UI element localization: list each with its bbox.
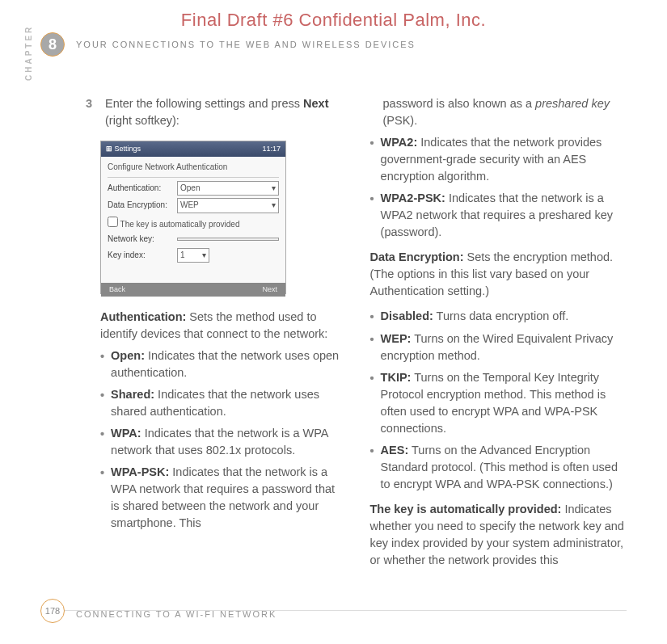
item-label: TKIP: [381,371,412,384]
item-label: AES: [381,444,409,457]
step-text-before: Enter the following settings and press [105,97,303,110]
item-label: Disabled: [381,309,433,322]
chevron-down-icon: ▾ [202,250,206,262]
auto-key-checkbox-row: The key is automatically provided [108,217,279,231]
chevron-down-icon: ▾ [272,183,276,195]
item-text: Indicates that the network uses open aut… [111,349,339,379]
step-3: 3 Enter the following settings and press… [86,95,343,129]
list-item: Shared: Indicates that the network uses … [100,386,343,420]
item-label: Open: [111,349,145,362]
right-column: password is also known as a preshared ke… [370,95,627,577]
auth-options-list: Open: Indicates that the network uses op… [100,347,343,532]
cont-text-italic: preshared key [535,97,610,110]
item-label: WPA2: [381,136,418,149]
header-subtitle: YOUR CONNECTIONS TO THE WEB AND WIRELESS… [76,40,416,49]
item-text: Turns on the Temporal Key Integrity Prot… [381,371,606,435]
page-header: 8 YOUR CONNECTIONS TO THE WEB AND WIRELE… [40,32,627,57]
screenshot-softkeys: Back Next [101,283,285,297]
screenshot-row-netkey: Network key: [108,234,279,246]
list-item: WPA: Indicates that the network is a WPA… [100,425,343,459]
list-item: TKIP: Turns on the Temporal Key Integrit… [370,369,627,437]
screenshot-title: ⊞ Settings [106,144,141,154]
netkey-input[interactable] [177,238,279,241]
step-body: Enter the following settings and press N… [105,95,343,129]
cont-text-b: (PSK). [383,114,418,127]
item-label: WPA-PSK: [111,465,169,478]
main-content: 3 Enter the following settings and press… [40,95,627,577]
screenshot-heading: Configure Network Authentication [108,160,279,178]
item-text: Indicates that the network is a WPA netw… [111,427,328,457]
chapter-label-vertical: CHAPTER [24,25,33,81]
item-text: Turns on the Advanced Encryption Standar… [381,444,618,490]
next-softkey[interactable]: Next [262,284,277,295]
auth-options-list-cont: WPA2: Indicates that the network provide… [370,134,627,241]
chevron-down-icon: ▾ [272,200,276,212]
page-number-badge: 178 [40,599,65,623]
list-item: WEP: Turns on the Wired Equivalent Priva… [370,330,627,364]
screenshot-clock: 11:17 [262,144,281,154]
auto-key-checkbox[interactable] [108,217,118,227]
watermark-text: Final Draft #6 Confidential Palm, Inc. [40,10,627,31]
step-keyword: Next [303,97,328,110]
item-label: WPA2-PSK: [381,192,445,204]
key-auto-para: The key is automatically provided: Indic… [370,501,627,569]
chapter-number-badge: 8 [40,32,65,57]
authentication-para: Authentication: Sets the method used to … [100,309,343,343]
keyidx-label: Key index: [108,250,172,262]
item-label: WEP: [381,332,412,345]
screenshot-row-keyidx: Key index: 1▾ [108,248,279,263]
screenshot-row-enc: Data Encryption: WEP▾ [108,198,279,213]
enc-select[interactable]: WEP▾ [177,198,279,213]
item-text: Turns data encryption off. [433,309,568,322]
wpa-psk-continued: password is also known as a preshared ke… [383,95,627,129]
list-item: Disabled: Turns data encryption off. [370,308,627,326]
list-item: AES: Turns on the Advanced Encryption St… [370,442,627,493]
list-item: WPA2-PSK: Indicates that the network is … [370,190,627,241]
item-label: WPA: [111,427,141,440]
enc-label: Data Encryption: [108,200,172,212]
list-item: WPA-PSK: Indicates that the network is a… [100,464,343,532]
list-item: WPA2: Indicates that the network provide… [370,134,627,185]
list-item: Open: Indicates that the network uses op… [100,347,343,381]
footer-section-title: CONNECTING TO A WI-FI NETWORK [76,609,277,619]
back-softkey[interactable]: Back [109,284,125,295]
key-auto-heading: The key is automatically provided: [370,503,562,516]
auth-label: Authentication: [108,183,172,195]
keyidx-select[interactable]: 1▾ [177,248,209,263]
data-encryption-heading: Data Encryption: [370,250,464,263]
encryption-options-list: Disabled: Turns data encryption off. WEP… [370,308,627,493]
item-text: Turns on the Wired Equivalent Privacy en… [381,332,614,362]
cont-text-a: password is also known as a [383,97,536,110]
step-text-after: (right softkey): [105,114,179,127]
page-footer: 178 CONNECTING TO A WI-FI NETWORK [40,610,627,623]
screenshot-row-auth: Authentication: Open▾ [108,181,279,196]
netkey-label: Network key: [108,234,172,246]
auth-select[interactable]: Open▾ [177,181,279,196]
device-screenshot: ⊞ Settings 11:17 Configure Network Authe… [100,141,286,294]
item-label: Shared: [111,388,154,401]
authentication-heading: Authentication: [100,310,186,323]
data-encryption-para: Data Encryption: Sets the encryption met… [370,249,627,300]
step-number: 3 [86,95,97,129]
left-column: 3 Enter the following settings and press… [86,95,343,577]
screenshot-titlebar: ⊞ Settings 11:17 [101,141,285,157]
auto-key-label: The key is automatically provided [120,220,240,229]
